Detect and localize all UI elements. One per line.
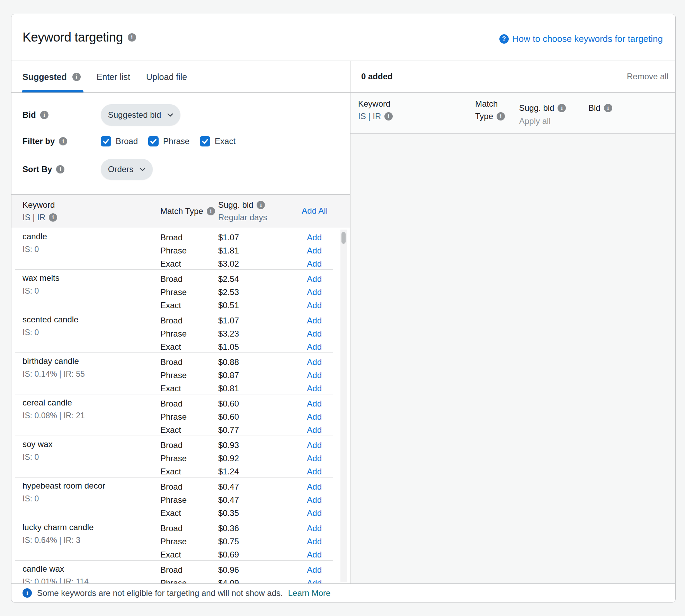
add-keyword-link[interactable]: Add: [307, 578, 322, 583]
add-keyword-link[interactable]: Add: [307, 550, 322, 560]
add-all-link[interactable]: Add All: [302, 206, 328, 216]
add-keyword-link[interactable]: Add: [307, 357, 322, 367]
tab-upload-file[interactable]: Upload file: [146, 61, 187, 92]
help-link-label: How to choose keywords for targeting: [512, 34, 663, 44]
keyword-row: soy wax IS: 0 Broad$0.93AddPhrase$0.92Ad…: [15, 436, 333, 477]
add-keyword-link[interactable]: Add: [307, 425, 322, 435]
tab-suggested-label: Suggested: [23, 72, 67, 82]
match-type-value: Exact: [160, 467, 181, 476]
suggested-bid-value: $0.47: [218, 482, 239, 492]
suggested-bid-value: $0.47: [218, 495, 239, 505]
suggested-bid-value: $0.92: [218, 454, 239, 463]
suggested-bid-value: $0.81: [218, 384, 239, 393]
suggested-bid-value: $4.09: [218, 578, 239, 583]
match-type-value: Broad: [160, 357, 183, 367]
add-keyword-link[interactable]: Add: [307, 316, 322, 325]
info-icon[interactable]: i: [49, 213, 57, 222]
add-keyword-link[interactable]: Add: [307, 508, 322, 518]
add-keyword-link[interactable]: Add: [307, 537, 322, 546]
card-header: Keyword targeting i ? How to choose keyw…: [11, 14, 675, 61]
add-keyword-link[interactable]: Add: [307, 371, 322, 380]
info-icon[interactable]: i: [257, 201, 265, 209]
add-keyword-link[interactable]: Add: [307, 412, 322, 422]
suggested-bid-value: $0.88: [218, 357, 239, 367]
match-type-value: Phrase: [160, 246, 187, 256]
add-keyword-link[interactable]: Add: [307, 565, 322, 575]
add-keyword-link[interactable]: Add: [307, 259, 322, 269]
scrollbar-thumb[interactable]: [341, 232, 346, 244]
info-icon[interactable]: i: [558, 104, 566, 112]
is-ir-column-header: IS | IR: [23, 213, 45, 222]
info-icon[interactable]: i: [604, 104, 612, 112]
keyword-column-header: Keyword: [358, 99, 390, 108]
info-icon[interactable]: i: [497, 112, 505, 120]
suggested-bid-value: $0.69: [218, 550, 239, 560]
add-keyword-link[interactable]: Add: [307, 454, 322, 463]
keyword-row: candle wax IS: 0.01% | IR: 114 Broad$0.9…: [15, 561, 333, 583]
suggested-bid-value: $3.23: [218, 329, 239, 339]
add-keyword-link[interactable]: Add: [307, 301, 322, 310]
checkbox-checked-icon: [200, 136, 210, 146]
sort-by-dropdown[interactable]: Orders: [101, 159, 153, 180]
tab-bar: Suggested i Enter list Upload file: [11, 61, 350, 93]
checkbox-broad[interactable]: Broad: [101, 136, 138, 146]
match-type-value: Broad: [160, 233, 183, 242]
keyword-row: scented candle IS: 0 Broad$1.07AddPhrase…: [15, 311, 333, 353]
add-keyword-link[interactable]: Add: [307, 467, 322, 476]
match-type-value: Phrase: [160, 412, 187, 422]
add-keyword-link[interactable]: Add: [307, 274, 322, 284]
suggested-list: candle IS: 0 Broad$1.07AddPhrase$1.81Add…: [11, 228, 350, 583]
add-keyword-link[interactable]: Add: [307, 342, 322, 352]
keyword-column-header: Keyword: [23, 200, 55, 209]
chevron-down-icon: [140, 168, 145, 171]
page-title: Keyword targeting: [23, 30, 123, 45]
info-icon[interactable]: i: [40, 111, 48, 119]
add-keyword-link[interactable]: Add: [307, 329, 322, 339]
info-icon[interactable]: i: [59, 137, 67, 145]
match-type-value: Phrase: [160, 371, 187, 380]
info-icon[interactable]: i: [56, 165, 64, 173]
suggested-bid-value: $0.93: [218, 440, 239, 450]
checkbox-exact[interactable]: Exact: [200, 136, 235, 146]
info-icon[interactable]: i: [72, 73, 81, 81]
help-link[interactable]: ? How to choose keywords for targeting: [499, 34, 663, 44]
info-icon[interactable]: i: [207, 207, 215, 215]
add-keyword-link[interactable]: Add: [307, 287, 322, 297]
bid-column-header: Bid: [588, 103, 601, 113]
add-keyword-link[interactable]: Add: [307, 495, 322, 505]
bid-dropdown[interactable]: Suggested bid: [101, 104, 180, 126]
info-icon[interactable]: i: [384, 112, 393, 120]
add-keyword-link[interactable]: Add: [307, 399, 322, 409]
filter-by-label: Filter by: [23, 136, 55, 146]
remove-all-link[interactable]: Remove all: [627, 72, 668, 81]
checkbox-label: Broad: [116, 136, 138, 146]
suggested-bid-value: $1.24: [218, 467, 239, 476]
add-keyword-link[interactable]: Add: [307, 233, 322, 242]
sort-by-value: Orders: [108, 164, 133, 174]
match-type-value: Phrase: [160, 495, 187, 505]
list-scrollbar[interactable]: [340, 230, 347, 582]
tab-suggested[interactable]: Suggested i: [23, 61, 81, 92]
filters-section: Bid i Suggested bid Filter by i: [11, 93, 350, 194]
match-type-value: Broad: [160, 399, 183, 409]
add-keyword-link[interactable]: Add: [307, 384, 322, 393]
match-type-value: Broad: [160, 565, 183, 575]
tab-enter-list[interactable]: Enter list: [97, 61, 130, 92]
match-type-filter-group: Broad Phrase Exact: [101, 136, 235, 146]
match-type-value: Exact: [160, 384, 181, 393]
add-keyword-link[interactable]: Add: [307, 482, 322, 492]
add-keyword-link[interactable]: Add: [307, 246, 322, 256]
match-type-value: Broad: [160, 440, 183, 450]
learn-more-link[interactable]: Learn More: [288, 588, 331, 598]
regular-days-label: Regular days: [218, 213, 267, 222]
question-icon: ?: [499, 34, 509, 44]
info-icon[interactable]: i: [128, 33, 136, 42]
suggested-keywords-panel: Suggested i Enter list Upload file Bid i: [11, 61, 350, 583]
added-table-header: Keyword IS | IR i Match Type i Sugg. bi: [350, 93, 675, 134]
apply-all-link[interactable]: Apply all: [519, 116, 551, 126]
add-keyword-link[interactable]: Add: [307, 440, 322, 450]
add-keyword-link[interactable]: Add: [307, 524, 322, 533]
suggested-bid-value: $1.81: [218, 246, 239, 256]
suggested-bid-value: $0.60: [218, 412, 239, 422]
checkbox-phrase[interactable]: Phrase: [148, 136, 189, 146]
